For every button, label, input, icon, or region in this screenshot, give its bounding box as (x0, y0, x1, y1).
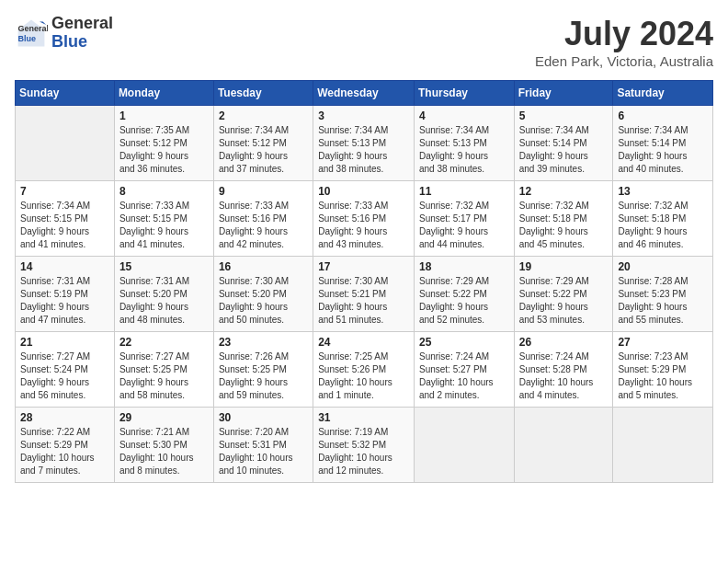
day-number: 17 (318, 260, 409, 273)
day-number: 23 (219, 336, 308, 349)
day-info: Sunrise: 7:23 AM Sunset: 5:29 PM Dayligh… (618, 350, 708, 402)
day-info: Sunrise: 7:30 AM Sunset: 5:20 PM Dayligh… (219, 275, 308, 327)
day-info: Sunrise: 7:33 AM Sunset: 5:16 PM Dayligh… (318, 200, 409, 251)
calendar-cell: 15Sunrise: 7:31 AM Sunset: 5:20 PM Dayli… (114, 257, 213, 332)
day-number: 26 (519, 336, 609, 349)
calendar-cell: 18Sunrise: 7:29 AM Sunset: 5:22 PM Dayli… (414, 257, 514, 332)
calendar-cell (514, 408, 613, 483)
day-info: Sunrise: 7:27 AM Sunset: 5:25 PM Dayligh… (119, 350, 209, 402)
header-cell-monday: Monday (114, 81, 213, 106)
day-number: 2 (219, 109, 308, 122)
calendar-cell: 16Sunrise: 7:30 AM Sunset: 5:20 PM Dayli… (213, 257, 313, 332)
header-cell-wednesday: Wednesday (313, 81, 415, 106)
header-cell-saturday: Saturday (613, 81, 713, 106)
day-info: Sunrise: 7:34 AM Sunset: 5:13 PM Dayligh… (318, 124, 409, 176)
header-row: SundayMondayTuesdayWednesdayThursdayFrid… (16, 81, 713, 106)
day-number: 19 (519, 260, 609, 273)
calendar-cell: 8Sunrise: 7:33 AM Sunset: 5:15 PM Daylig… (114, 181, 213, 257)
calendar-cell (414, 408, 514, 483)
day-number: 4 (419, 109, 509, 122)
day-number: 13 (618, 185, 708, 198)
day-info: Sunrise: 7:25 AM Sunset: 5:26 PM Dayligh… (318, 350, 409, 402)
week-row-5: 28Sunrise: 7:22 AM Sunset: 5:29 PM Dayli… (16, 408, 713, 483)
calendar-cell: 24Sunrise: 7:25 AM Sunset: 5:26 PM Dayli… (313, 332, 415, 408)
calendar-cell: 3Sunrise: 7:34 AM Sunset: 5:13 PM Daylig… (313, 106, 415, 181)
day-info: Sunrise: 7:33 AM Sunset: 5:15 PM Dayligh… (119, 200, 209, 251)
calendar-cell: 12Sunrise: 7:32 AM Sunset: 5:18 PM Dayli… (514, 181, 613, 257)
day-info: Sunrise: 7:22 AM Sunset: 5:29 PM Dayligh… (20, 426, 109, 477)
calendar-cell (16, 106, 115, 181)
day-number: 7 (20, 185, 109, 198)
day-info: Sunrise: 7:32 AM Sunset: 5:17 PM Dayligh… (419, 200, 509, 251)
logo: General Blue General Blue (15, 15, 113, 52)
calendar-cell: 30Sunrise: 7:20 AM Sunset: 5:31 PM Dayli… (213, 408, 313, 483)
day-number: 11 (419, 185, 509, 198)
header-cell-sunday: Sunday (16, 81, 115, 106)
calendar-cell: 2Sunrise: 7:34 AM Sunset: 5:12 PM Daylig… (213, 106, 313, 181)
day-number: 30 (219, 411, 308, 424)
day-number: 10 (318, 185, 409, 198)
logo-text: General Blue (51, 15, 113, 52)
day-number: 21 (20, 336, 109, 349)
day-info: Sunrise: 7:34 AM Sunset: 5:15 PM Dayligh… (20, 200, 109, 251)
day-info: Sunrise: 7:28 AM Sunset: 5:23 PM Dayligh… (618, 275, 708, 327)
day-number: 24 (318, 336, 409, 349)
calendar-cell: 10Sunrise: 7:33 AM Sunset: 5:16 PM Dayli… (313, 181, 415, 257)
day-info: Sunrise: 7:26 AM Sunset: 5:25 PM Dayligh… (219, 350, 308, 402)
page-header: General Blue General Blue July 2024 Eden… (15, 15, 713, 69)
calendar-header: SundayMondayTuesdayWednesdayThursdayFrid… (16, 81, 713, 106)
calendar-cell: 19Sunrise: 7:29 AM Sunset: 5:22 PM Dayli… (514, 257, 613, 332)
day-info: Sunrise: 7:34 AM Sunset: 5:13 PM Dayligh… (419, 124, 509, 176)
logo-general-text: General (51, 15, 113, 33)
day-number: 18 (419, 260, 509, 273)
calendar-cell: 17Sunrise: 7:30 AM Sunset: 5:21 PM Dayli… (313, 257, 415, 332)
calendar-cell: 29Sunrise: 7:21 AM Sunset: 5:30 PM Dayli… (114, 408, 213, 483)
calendar-cell: 31Sunrise: 7:19 AM Sunset: 5:32 PM Dayli… (313, 408, 415, 483)
header-cell-thursday: Thursday (414, 81, 514, 106)
day-info: Sunrise: 7:34 AM Sunset: 5:12 PM Dayligh… (219, 124, 308, 176)
calendar-cell: 1Sunrise: 7:35 AM Sunset: 5:12 PM Daylig… (114, 106, 213, 181)
day-info: Sunrise: 7:33 AM Sunset: 5:16 PM Dayligh… (219, 200, 308, 251)
day-number: 20 (618, 260, 708, 273)
day-info: Sunrise: 7:32 AM Sunset: 5:18 PM Dayligh… (618, 200, 708, 251)
calendar-cell: 20Sunrise: 7:28 AM Sunset: 5:23 PM Dayli… (613, 257, 713, 332)
calendar-cell: 11Sunrise: 7:32 AM Sunset: 5:17 PM Dayli… (414, 181, 514, 257)
calendar-cell: 4Sunrise: 7:34 AM Sunset: 5:13 PM Daylig… (414, 106, 514, 181)
logo-blue-text: Blue (51, 33, 113, 52)
header-cell-tuesday: Tuesday (213, 81, 313, 106)
calendar-cell: 7Sunrise: 7:34 AM Sunset: 5:15 PM Daylig… (16, 181, 115, 257)
day-number: 25 (419, 336, 509, 349)
day-number: 8 (119, 185, 209, 198)
day-number: 1 (119, 109, 209, 122)
page-subtitle: Eden Park, Victoria, Australia (535, 53, 713, 69)
calendar-cell: 22Sunrise: 7:27 AM Sunset: 5:25 PM Dayli… (114, 332, 213, 408)
title-block: July 2024 Eden Park, Victoria, Australia (535, 15, 713, 69)
calendar-cell (613, 408, 713, 483)
week-row-3: 14Sunrise: 7:31 AM Sunset: 5:19 PM Dayli… (16, 257, 713, 332)
svg-text:General: General (18, 24, 48, 33)
day-info: Sunrise: 7:35 AM Sunset: 5:12 PM Dayligh… (119, 124, 209, 176)
calendar-cell: 25Sunrise: 7:24 AM Sunset: 5:27 PM Dayli… (414, 332, 514, 408)
week-row-4: 21Sunrise: 7:27 AM Sunset: 5:24 PM Dayli… (16, 332, 713, 408)
day-number: 15 (119, 260, 209, 273)
day-info: Sunrise: 7:21 AM Sunset: 5:30 PM Dayligh… (119, 426, 209, 477)
day-number: 3 (318, 109, 409, 122)
header-cell-friday: Friday (514, 81, 613, 106)
day-number: 5 (519, 109, 609, 122)
day-number: 29 (119, 411, 209, 424)
calendar-cell: 13Sunrise: 7:32 AM Sunset: 5:18 PM Dayli… (613, 181, 713, 257)
day-info: Sunrise: 7:31 AM Sunset: 5:19 PM Dayligh… (20, 275, 109, 327)
calendar-cell: 21Sunrise: 7:27 AM Sunset: 5:24 PM Dayli… (16, 332, 115, 408)
calendar-cell: 6Sunrise: 7:34 AM Sunset: 5:14 PM Daylig… (613, 106, 713, 181)
day-number: 6 (618, 109, 708, 122)
day-info: Sunrise: 7:27 AM Sunset: 5:24 PM Dayligh… (20, 350, 109, 402)
day-info: Sunrise: 7:20 AM Sunset: 5:31 PM Dayligh… (219, 426, 308, 477)
day-info: Sunrise: 7:24 AM Sunset: 5:28 PM Dayligh… (519, 350, 609, 402)
day-info: Sunrise: 7:19 AM Sunset: 5:32 PM Dayligh… (318, 426, 409, 477)
day-info: Sunrise: 7:31 AM Sunset: 5:20 PM Dayligh… (119, 275, 209, 327)
day-info: Sunrise: 7:32 AM Sunset: 5:18 PM Dayligh… (519, 200, 609, 251)
day-number: 28 (20, 411, 109, 424)
day-info: Sunrise: 7:34 AM Sunset: 5:14 PM Dayligh… (618, 124, 708, 176)
day-number: 16 (219, 260, 308, 273)
day-number: 9 (219, 185, 308, 198)
